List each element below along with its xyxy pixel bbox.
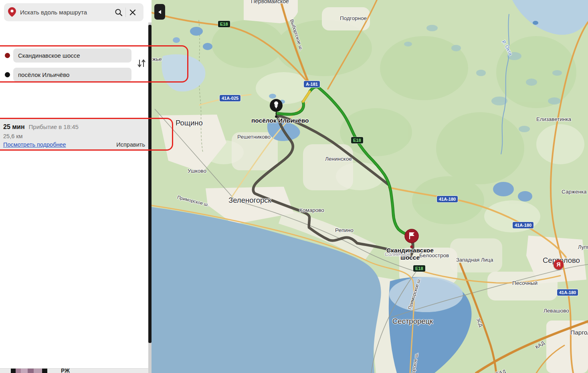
edit-route-link[interactable]: Исправить [116,141,145,148]
map-artwork [152,0,588,373]
close-icon [129,9,136,16]
thumbnail-image [11,369,47,373]
app-window: Е18 Е18 Е18 А-181 41А-025 41А-180 41А-18… [0,0,588,373]
map-canvas[interactable]: Е18 Е18 Е18 А-181 41А-025 41А-180 41А-18… [152,0,588,373]
search-along-route-bar[interactable] [4,3,143,21]
swap-arrows-icon [137,58,146,69]
route-from-input[interactable]: Скандинавское шоссе [13,48,131,63]
route-distance: 25,6 км [3,133,23,139]
collapse-sidebar-button[interactable] [154,4,165,20]
search-icon [115,8,123,16]
view-details-link[interactable]: Посмотреть подробнее [3,141,66,148]
route-duration: 25 мин [3,123,25,130]
chevron-left-icon [158,10,161,14]
sidebar-scrollbar-thumb[interactable] [148,25,152,343]
search-button[interactable] [112,6,125,19]
sidebar-scrollbar-track[interactable] [148,22,152,373]
search-input[interactable] [20,9,112,16]
yandex-logo-marker[interactable]: Я [554,260,564,270]
partial-list-text: РЖ [61,368,70,373]
route-waypoint-to-row: посёлок Ильичёво [0,68,149,82]
waypoint-b-dot-icon [5,72,10,77]
route-waypoint-from-row: Скандинавское шоссе [0,48,149,63]
map-pin-icon [8,7,16,17]
swap-route-points-button[interactable] [136,58,147,70]
sidebar-bottom-partial-row[interactable]: РЖ [0,368,149,373]
route-sidebar: Скандинавское шоссе посёлок Ильичёво 25 … [0,0,149,373]
waypoint-a-dot-icon [5,53,10,58]
route-summary-panel[interactable]: 25 минПрибытие в 18:45 25,6 км Посмотрет… [0,119,149,151]
route-arrival-time: Прибытие в 18:45 [29,123,79,130]
close-search-button[interactable] [126,6,139,19]
route-to-input[interactable]: посёлок Ильичёво [13,68,131,82]
